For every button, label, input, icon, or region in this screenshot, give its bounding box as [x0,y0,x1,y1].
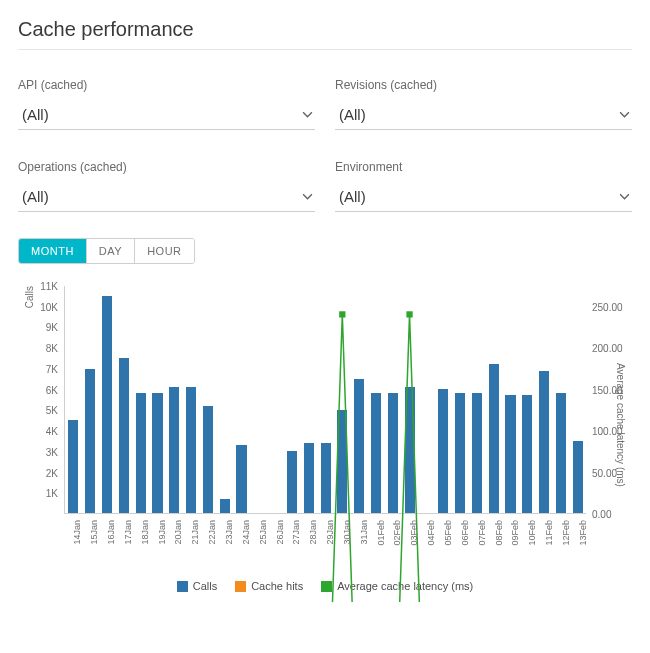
filters-grid: API (cached) (All) Revisions (cached) (A… [18,78,632,212]
y-left-tick: 10K [22,301,58,312]
filter-api-value: (All) [22,106,49,123]
range-month-button[interactable]: MONTH [19,239,87,263]
y-left-tick: 4K [22,426,58,437]
filter-revisions-select[interactable]: (All) [335,102,632,130]
y-right-tick: 100.00 [592,426,628,437]
range-day-button[interactable]: DAY [87,239,135,263]
x-axis-labels: 14Jan15Jan16Jan17Jan18Jan19Jan20Jan21Jan… [64,516,586,570]
filter-environment-select[interactable]: (All) [335,184,632,212]
y-left-tick: 8K [22,343,58,354]
filter-revisions-label: Revisions (cached) [335,78,632,92]
y-left-tick: 11K [22,281,58,292]
y-left-tick: 3K [22,446,58,457]
chart: Calls Average cache latency (ms) 1K2K3K4… [18,280,632,592]
y-left-tick: 6K [22,384,58,395]
y-left-tick: 9K [22,322,58,333]
filter-environment-label: Environment [335,160,632,174]
filter-environment-value: (All) [339,188,366,205]
filter-revisions: Revisions (cached) (All) [335,78,632,130]
chevron-down-icon [302,109,313,120]
filter-operations: Operations (cached) (All) [18,160,315,212]
y-right-tick: 250.00 [592,301,628,312]
y-axis-left-ticks: 1K2K3K4K5K6K7K8K9K10K11K [22,286,62,514]
filter-revisions-value: (All) [339,106,366,123]
y-right-tick: 150.00 [592,384,628,395]
range-hour-button[interactable]: HOUR [135,239,193,263]
chevron-down-icon [619,109,630,120]
latency-marker[interactable] [339,311,345,317]
y-right-tick: 200.00 [592,343,628,354]
x-tick-label: 13Feb [578,520,588,546]
page-title: Cache performance [18,18,632,50]
filter-operations-value: (All) [22,188,49,205]
plot-area [64,286,586,514]
filter-operations-label: Operations (cached) [18,160,315,174]
y-right-tick: 0.00 [592,509,628,520]
filter-environment: Environment (All) [335,160,632,212]
chevron-down-icon [302,191,313,202]
filter-api: API (cached) (All) [18,78,315,130]
y-left-tick: 5K [22,405,58,416]
range-toggle: MONTH DAY HOUR [18,238,195,264]
y-axis-right-ticks: 0.0050.00100.00150.00200.00250.00 [588,286,628,514]
filter-api-label: API (cached) [18,78,315,92]
y-left-tick: 7K [22,363,58,374]
filter-operations-select[interactable]: (All) [18,184,315,212]
chevron-down-icon [619,191,630,202]
filter-api-select[interactable]: (All) [18,102,315,130]
latency-marker[interactable] [406,311,412,317]
y-left-tick: 2K [22,467,58,478]
y-left-tick: 1K [22,488,58,499]
y-right-tick: 50.00 [592,467,628,478]
